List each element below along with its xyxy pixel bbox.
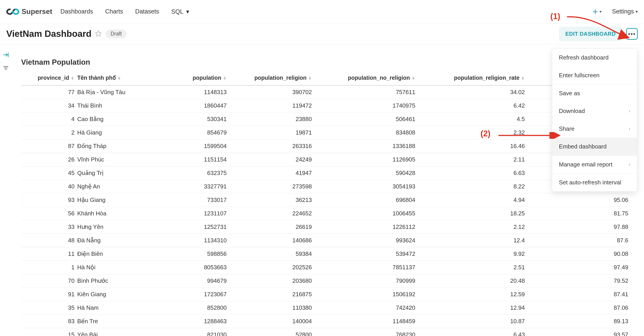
- table-row[interactable]: 33Hưng Yên12527312661912261122.1297.88: [21, 220, 630, 234]
- table-cell: 4.94: [416, 194, 526, 207]
- nav-settings[interactable]: Settings ▾: [612, 8, 638, 15]
- table-cell: 757611: [313, 85, 417, 99]
- table-cell: Quảng Trị: [76, 166, 161, 180]
- table-cell: 7851137: [313, 261, 417, 274]
- nav-sql[interactable]: SQL ▾: [171, 8, 190, 15]
- table-row[interactable]: 4Cao Bằng530341238805064614.5: [21, 112, 630, 126]
- menu-save-as[interactable]: Save as: [552, 84, 637, 102]
- table-cell: 83: [21, 315, 76, 328]
- chevron-right-icon: ›: [629, 162, 630, 168]
- table-row[interactable]: 11Điện Biên598856593845394729.9290.08: [21, 247, 630, 261]
- table-cell: 87.06: [526, 301, 630, 315]
- dashboard-title[interactable]: VietNam Dashboard: [6, 29, 92, 39]
- table-row[interactable]: 83Bến Tre1288463140004114845910.8789.13: [21, 315, 630, 328]
- col-population-religion[interactable]: population_religion▲▼: [228, 72, 313, 85]
- table-cell: 994679: [161, 274, 228, 288]
- table-cell: 1860447: [161, 99, 228, 112]
- table-cell: 110380: [228, 301, 313, 315]
- col-population-religion-rate[interactable]: population_religion_rate▲▼: [416, 72, 526, 85]
- table-cell: Kiên Giang: [76, 288, 161, 301]
- menu-autorefresh[interactable]: Set auto-refresh interval: [552, 174, 637, 191]
- table-row[interactable]: 35Hà Nam85280011038074242012.9487.06: [21, 301, 630, 315]
- menu-download[interactable]: Download›: [552, 102, 637, 120]
- table-cell: 59384: [228, 247, 313, 261]
- table-cell: 506461: [313, 112, 417, 126]
- table-cell: Hưng Yên: [76, 220, 161, 234]
- col-population-no-religion[interactable]: population_no_religion▲▼: [313, 72, 417, 85]
- chevron-right-icon: ›: [629, 108, 630, 114]
- menu-refresh[interactable]: Refresh dashboard: [552, 49, 637, 66]
- menu-fullscreen[interactable]: Enter fullscreen: [552, 66, 637, 84]
- table-cell: 632375: [161, 166, 228, 180]
- edit-dashboard-button[interactable]: EDIT DASHBOARD: [559, 27, 622, 41]
- col-city[interactable]: Tên thành phố▲▼: [76, 72, 161, 85]
- table-row[interactable]: 1Hà Nội805366320252678511372.5197.49: [21, 261, 630, 274]
- table-row[interactable]: 77Bà Rịa - Vũng Tàu114831339070275761134…: [21, 85, 630, 99]
- table-row[interactable]: 34Thái Bình186044711947217409756.42: [21, 99, 630, 112]
- table-cell: 598856: [161, 247, 228, 261]
- expand-panel-icon[interactable]: [3, 52, 9, 59]
- table-cell: 35: [21, 301, 76, 315]
- table-cell: 87: [21, 140, 76, 153]
- caret-down-icon: ▾: [600, 9, 602, 14]
- table-cell: 742420: [313, 301, 417, 315]
- table-row[interactable]: 70Bình Phước99467920368079099920.4879.52: [21, 274, 630, 288]
- table-cell: 1148313: [161, 85, 228, 99]
- nav-dashboards[interactable]: Dashboards: [60, 8, 93, 15]
- nav-charts[interactable]: Charts: [105, 8, 123, 15]
- table-cell: 203680: [228, 274, 313, 288]
- table-row[interactable]: 2Hà Giang854679198718348082.32: [21, 126, 630, 140]
- table-row[interactable]: 40Nghệ An332779127359830541938.2291.78: [21, 180, 630, 194]
- menu-email[interactable]: Manage email report›: [552, 156, 637, 174]
- table-row[interactable]: 91Kiên Giang1723067216875150619212.5987.…: [21, 288, 630, 301]
- table-cell: 24249: [228, 153, 313, 166]
- star-icon[interactable]: [95, 30, 102, 38]
- logo[interactable]: Superset: [6, 8, 52, 16]
- table-cell: 48: [21, 234, 76, 247]
- add-button[interactable]: ▾: [592, 9, 602, 14]
- titlebar: VietNam Dashboard Draft EDIT DASHBOARD •…: [0, 23, 644, 44]
- more-menu-button[interactable]: •••: [626, 28, 638, 40]
- table-cell: 18.25: [416, 207, 526, 220]
- table-cell: Cao Bằng: [76, 112, 161, 126]
- sort-icon: ▲▼: [70, 76, 74, 80]
- table-header-row: province_id▲▼ Tên thành phố▲▼ population…: [21, 72, 630, 85]
- sort-icon: ▲▼: [411, 76, 416, 80]
- table-cell: 8053663: [161, 261, 228, 274]
- table-cell: Yên Bái: [76, 328, 161, 336]
- table-cell: 273598: [228, 180, 313, 194]
- table-row[interactable]: 15Yên Bái821030528007682306.4393.57: [21, 328, 630, 336]
- table-row[interactable]: 93Hậu Giang733017362136968044.9495.06: [21, 194, 630, 207]
- table-row[interactable]: 26Vĩnh Phúc11511542424911269052.11: [21, 153, 630, 166]
- table-cell: 6.43: [416, 328, 526, 336]
- table-cell: 733017: [161, 194, 228, 207]
- table-cell: Đồng Tháp: [76, 140, 161, 153]
- table-row[interactable]: 48Đà Nẵng113431014068699362412.487.6: [21, 234, 630, 247]
- table-row[interactable]: 56Khánh Hòa1231107224652100645518.2581.7…: [21, 207, 630, 220]
- table-cell: 16.46: [416, 140, 526, 153]
- menu-share[interactable]: Share›: [552, 120, 637, 138]
- nav-datasets[interactable]: Datasets: [135, 8, 159, 15]
- caret-down-icon: ▾: [636, 9, 638, 14]
- col-population[interactable]: population▲▼: [161, 72, 228, 85]
- chart-title: Vietnam Population: [21, 58, 630, 66]
- table-cell: 2.11: [416, 153, 526, 166]
- table-cell: 9.92: [416, 247, 526, 261]
- table-cell: 1126905: [313, 153, 417, 166]
- table-row[interactable]: 87Đồng Tháp1599504263316133618816.46: [21, 140, 630, 153]
- filter-icon[interactable]: [3, 65, 9, 72]
- table-cell: 34.02: [416, 85, 526, 99]
- table-cell: Hà Nam: [76, 301, 161, 315]
- table-cell: 23880: [228, 112, 313, 126]
- table-cell: 77: [21, 85, 76, 99]
- chevron-right-icon: ›: [629, 126, 630, 132]
- table-cell: 26619: [228, 220, 313, 234]
- table-cell: 90.08: [526, 247, 630, 261]
- settings-label: Settings: [612, 8, 634, 15]
- table-cell: 224652: [228, 207, 313, 220]
- menu-embed[interactable]: Embed dashboard: [552, 138, 637, 156]
- table-cell: 11: [21, 247, 76, 261]
- col-province-id[interactable]: province_id▲▼: [21, 72, 76, 85]
- table-row[interactable]: 45Quảng Trị632375419475904286.6393.37: [21, 166, 630, 180]
- nav-right: ▾ Settings ▾: [592, 8, 638, 15]
